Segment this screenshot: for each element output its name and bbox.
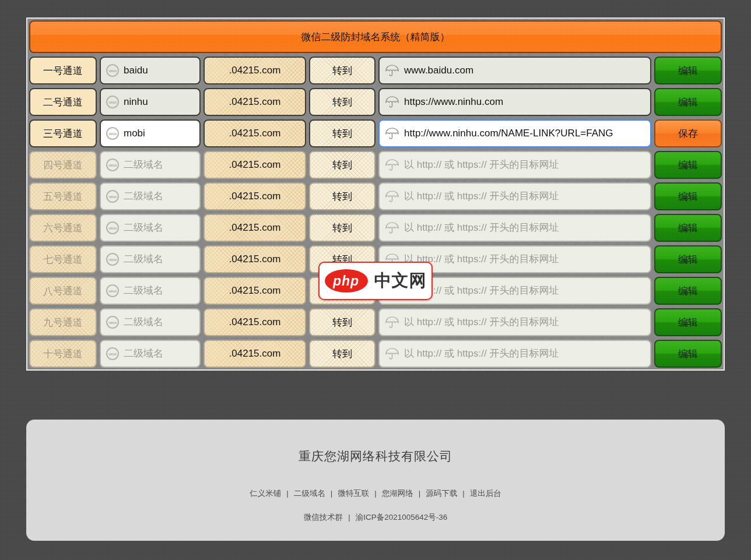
footer-link-logout[interactable]: 退出后台	[470, 489, 501, 498]
umbrella-icon	[385, 64, 399, 78]
goto-button[interactable]: 转到	[309, 308, 376, 336]
link-separator: |	[343, 513, 356, 522]
channel-button[interactable]: 八号通道	[29, 277, 97, 305]
subdomain-input[interactable]	[124, 253, 194, 265]
save-button[interactable]: 保存	[654, 119, 722, 147]
subdomain-field[interactable]: www	[100, 151, 201, 179]
target-url-input[interactable]	[404, 96, 645, 108]
channel-button[interactable]: 十号通道	[29, 340, 97, 368]
channel-button[interactable]: 六号通道	[29, 214, 97, 242]
subdomain-input[interactable]	[124, 159, 194, 171]
subdomain-field[interactable]: www	[100, 88, 201, 116]
edit-button[interactable]: 编辑	[654, 57, 722, 84]
target-url-field[interactable]	[378, 151, 651, 179]
target-url-input[interactable]	[404, 253, 645, 265]
edit-button[interactable]: 编辑	[654, 214, 722, 242]
goto-button[interactable]: 转到	[309, 151, 376, 179]
edit-button[interactable]: 编辑	[654, 340, 722, 368]
footer-link[interactable]: 您湖网络	[382, 489, 413, 498]
goto-button[interactable]: 转到	[309, 182, 376, 210]
domain-suffix-label: .04215.com	[203, 277, 306, 305]
umbrella-icon	[385, 347, 399, 361]
target-url-input[interactable]	[404, 222, 645, 234]
goto-button[interactable]: 转到	[309, 214, 376, 242]
subdomain-field[interactable]: www	[100, 214, 201, 242]
subdomain-input[interactable]	[124, 128, 194, 139]
subdomain-input[interactable]	[124, 222, 194, 234]
target-url-field[interactable]	[378, 214, 651, 242]
page-title: 微信二级防封域名系统（精简版）	[29, 20, 722, 53]
domain-suffix-label: .04215.com	[203, 182, 306, 210]
channel-button[interactable]: 一号通道	[29, 57, 97, 84]
edit-button[interactable]: 编辑	[654, 182, 722, 210]
channel-button[interactable]: 七号通道	[29, 245, 97, 273]
target-url-input[interactable]	[404, 65, 645, 76]
www-icon: www	[106, 96, 119, 108]
wechat-group-text: 微信技术群	[304, 513, 343, 522]
target-url-input[interactable]	[404, 159, 645, 171]
target-url-input[interactable]	[404, 316, 645, 328]
goto-button[interactable]: 转到	[309, 88, 376, 116]
edit-button[interactable]: 编辑	[654, 88, 722, 116]
footer-panel: 重庆您湖网络科技有限公司 仁义米铺|二级域名|微特互联|您湖网络|源码下载|退出…	[26, 420, 725, 541]
umbrella-icon	[385, 95, 399, 110]
target-url-field[interactable]	[378, 119, 651, 147]
subdomain-input[interactable]	[124, 96, 194, 108]
umbrella-icon	[385, 126, 399, 141]
www-icon: www	[106, 127, 119, 140]
umbrella-icon	[385, 315, 399, 330]
target-url-input[interactable]	[404, 285, 645, 297]
umbrella-icon	[385, 158, 399, 172]
www-icon: www	[106, 253, 119, 266]
target-url-field[interactable]	[378, 340, 651, 368]
channel-button[interactable]: 九号通道	[29, 308, 97, 336]
footer-link[interactable]: 微特互联	[338, 489, 369, 498]
subdomain-field[interactable]: www	[100, 340, 201, 368]
subdomain-field[interactable]: www	[100, 57, 201, 84]
www-icon: www	[106, 347, 119, 360]
domain-suffix-label: .04215.com	[203, 340, 306, 368]
target-url-input[interactable]	[404, 128, 645, 139]
domain-suffix-label: .04215.com	[203, 308, 306, 336]
www-icon: www	[106, 221, 119, 234]
subdomain-input[interactable]	[124, 348, 194, 360]
php-cn-watermark-logo[interactable]: php 中文网	[318, 262, 433, 300]
subdomain-input[interactable]	[124, 316, 194, 328]
subdomain-field[interactable]: www	[100, 245, 201, 273]
edit-button[interactable]: 编辑	[654, 308, 722, 336]
umbrella-icon	[385, 189, 399, 204]
link-separator: |	[413, 489, 426, 498]
subdomain-field[interactable]: www	[100, 119, 201, 147]
channel-button[interactable]: 四号通道	[29, 151, 97, 179]
www-icon: www	[106, 64, 119, 77]
channel-button[interactable]: 三号通道	[29, 119, 97, 147]
target-url-field[interactable]	[378, 308, 651, 336]
footer-link[interactable]: 二级域名	[294, 489, 325, 498]
subdomain-input[interactable]	[124, 65, 194, 76]
company-name: 重庆您湖网络科技有限公司	[26, 420, 725, 464]
subdomain-input[interactable]	[124, 285, 194, 297]
goto-button[interactable]: 转到	[309, 57, 376, 84]
target-url-field[interactable]	[378, 57, 651, 84]
footer-link[interactable]: 仁义米铺	[250, 489, 281, 498]
target-url-input[interactable]	[404, 348, 645, 360]
target-url-input[interactable]	[404, 191, 645, 202]
channel-button[interactable]: 五号通道	[29, 182, 97, 210]
domain-suffix-label: .04215.com	[203, 151, 306, 179]
php-logo-text: 中文网	[374, 269, 427, 293]
footer-link[interactable]: 源码下载	[426, 489, 457, 498]
subdomain-field[interactable]: www	[100, 308, 201, 336]
channel-button[interactable]: 二号通道	[29, 88, 97, 116]
goto-button[interactable]: 转到	[309, 119, 376, 147]
footer-meta: 微信技术群|渝ICP备2021005642号-36	[26, 512, 725, 523]
subdomain-field[interactable]: www	[100, 277, 201, 305]
edit-button[interactable]: 编辑	[654, 277, 722, 305]
target-url-field[interactable]	[378, 88, 651, 116]
edit-button[interactable]: 编辑	[654, 151, 722, 179]
subdomain-field[interactable]: www	[100, 182, 201, 210]
edit-button[interactable]: 编辑	[654, 245, 722, 273]
link-separator: |	[457, 489, 470, 498]
subdomain-input[interactable]	[124, 191, 194, 202]
target-url-field[interactable]	[378, 182, 651, 210]
goto-button[interactable]: 转到	[309, 340, 376, 368]
